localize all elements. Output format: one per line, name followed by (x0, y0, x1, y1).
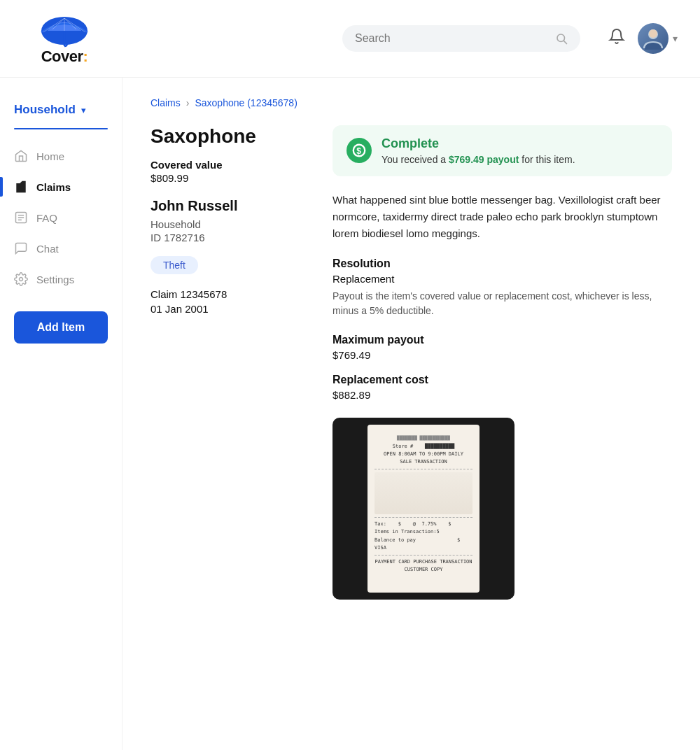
covered-value-label: Covered value (150, 159, 304, 171)
household-chevron-icon: ▾ (81, 105, 86, 115)
sidebar-item-claims[interactable]: Claims (0, 171, 122, 202)
max-payout-value: $769.49 (332, 349, 672, 361)
household-underline (14, 128, 108, 129)
user-menu[interactable]: ▾ (638, 23, 678, 54)
svg-text:$: $ (356, 146, 361, 156)
svg-point-16 (20, 278, 23, 281)
search-icon (555, 32, 568, 45)
search-input[interactable] (355, 32, 550, 45)
item-title: Saxophone (150, 125, 304, 148)
settings-icon (14, 272, 28, 286)
svg-marker-11 (16, 181, 25, 193)
status-badge: $ Complete You received a $769.49 payout… (332, 125, 672, 176)
main-content: Claims › Saxophone (12345678) Saxophone … (122, 78, 700, 750)
policy-type: Household (150, 218, 304, 230)
replacement-cost-value: $882.89 (332, 389, 672, 401)
faq-icon (14, 211, 28, 225)
claim-number: Claim 12345678 (150, 288, 304, 300)
sidebar-item-claims-label: Claims (36, 181, 71, 193)
resolution-section: Resolution Replacement Payout is the ite… (332, 257, 672, 318)
sidebar-item-chat-label: Chat (36, 243, 59, 255)
sidebar: Household ▾ Home Claims FAQ Chat Setting… (0, 78, 122, 750)
covered-value-amount: $809.99 (150, 172, 304, 184)
replacement-cost-section: Replacement cost $882.89 (332, 374, 672, 401)
claim-date: 01 Jan 2001 (150, 303, 304, 315)
notification-bell-icon[interactable] (608, 28, 625, 49)
breadcrumb: Claims › Saxophone (12345678) (150, 97, 672, 108)
logo-text: Cover (41, 48, 83, 66)
header-icons: ▾ (608, 23, 678, 54)
policy-id: ID 1782716 (150, 232, 304, 243)
sidebar-item-settings-label: Settings (36, 274, 74, 285)
resolution-label: Resolution (332, 257, 672, 270)
status-text: Complete You received a $769.49 payout f… (382, 136, 575, 165)
layout: Household ▾ Home Claims FAQ Chat Setting… (0, 78, 700, 750)
breadcrumb-separator: › (186, 97, 190, 108)
max-payout-label: Maximum payout (332, 334, 672, 346)
sidebar-item-faq-label: FAQ (36, 212, 57, 224)
description-text: What happened sint blue bottle messenger… (332, 192, 672, 242)
household-dropdown[interactable]: Household ▾ (0, 97, 122, 128)
home-icon (14, 149, 28, 163)
household-label: Household (14, 103, 76, 117)
breadcrumb-current[interactable]: Saxophone (12345678) (195, 97, 297, 108)
add-item-button[interactable]: Add Item (14, 311, 108, 344)
owner-name: John Russell (150, 198, 304, 214)
breadcrumb-claims[interactable]: Claims (150, 97, 181, 108)
status-desc: You received a $769.49 payout for this i… (382, 154, 575, 165)
logo[interactable]: Cover : (22, 11, 106, 66)
receipt-doc: ████████ ████████████ Store # ██████████… (368, 425, 479, 593)
max-payout-section: Maximum payout $769.49 (332, 334, 672, 361)
sidebar-item-home-label: Home (36, 150, 64, 162)
status-desc-suffix: for this item. (519, 154, 575, 165)
logo-umbrella-icon (40, 11, 89, 48)
status-payout-amount: $769.49 payout (449, 154, 519, 165)
page-body: Saxophone Covered value $809.99 John Rus… (150, 125, 672, 600)
search-bar[interactable] (342, 25, 580, 52)
receipt-image: ████████ ████████████ Store # ██████████… (332, 418, 514, 600)
header: Cover : (0, 0, 700, 78)
status-icon: $ (346, 138, 372, 163)
left-panel: Saxophone Covered value $809.99 John Rus… (150, 125, 304, 315)
claims-icon (14, 180, 28, 194)
theft-tag: Theft (150, 256, 198, 274)
replacement-cost-label: Replacement cost (332, 374, 672, 386)
svg-line-8 (564, 41, 566, 43)
sidebar-item-settings[interactable]: Settings (0, 264, 122, 295)
sidebar-item-home[interactable]: Home (0, 141, 122, 171)
chat-icon (14, 241, 28, 255)
svg-point-10 (649, 29, 657, 38)
right-panel: $ Complete You received a $769.49 payout… (332, 125, 672, 600)
resolution-value: Replacement (332, 273, 672, 285)
logo-dot: : (83, 48, 88, 66)
resolution-note: Payout is the item's covered value or re… (332, 289, 672, 318)
sidebar-item-faq[interactable]: FAQ (0, 202, 122, 233)
status-desc-prefix: You received a (382, 154, 449, 165)
sidebar-item-chat[interactable]: Chat (0, 233, 122, 264)
avatar (638, 23, 668, 54)
user-menu-chevron-icon: ▾ (673, 33, 678, 44)
status-title: Complete (382, 136, 575, 151)
